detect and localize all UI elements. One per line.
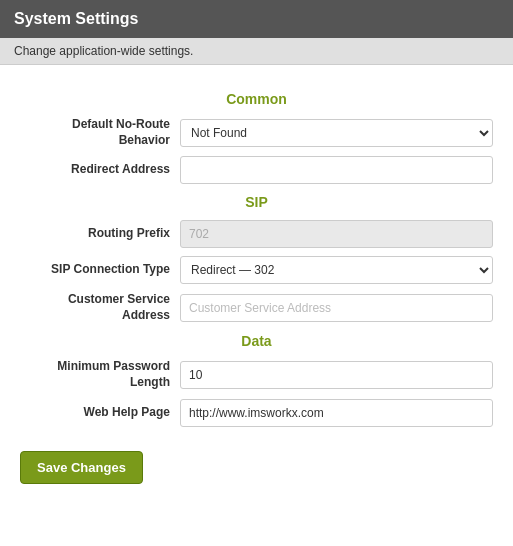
label-web-help-page: Web Help Page: [20, 405, 180, 421]
label-redirect-address: Redirect Address: [20, 162, 180, 178]
section-sip-title: SIP: [20, 194, 493, 210]
section-sip: SIP Routing Prefix SIP Connection Type R…: [20, 194, 493, 323]
save-changes-button[interactable]: Save Changes: [20, 451, 143, 484]
page-title: System Settings: [14, 10, 499, 28]
customer-service-address-input[interactable]: [180, 294, 493, 322]
label-default-no-route: Default No-Route Behavior: [20, 117, 180, 148]
section-common: Common Default No-Route Behavior Not Fou…: [20, 91, 493, 184]
label-customer-service-address: Customer Service Address: [20, 292, 180, 323]
label-sip-connection-type: SIP Connection Type: [20, 262, 180, 278]
redirect-address-input[interactable]: [180, 156, 493, 184]
web-help-page-input[interactable]: [180, 399, 493, 427]
section-common-title: Common: [20, 91, 493, 107]
page-subtitle: Change application-wide settings.: [0, 38, 513, 65]
label-routing-prefix: Routing Prefix: [20, 226, 180, 242]
default-no-route-select[interactable]: Not Found Busy Ring Timeout: [180, 119, 493, 147]
label-min-password-length: Minimum Password Length: [20, 359, 180, 390]
min-password-length-input[interactable]: [180, 361, 493, 389]
routing-prefix-input: [180, 220, 493, 248]
page-header: System Settings: [0, 0, 513, 38]
section-data-title: Data: [20, 333, 493, 349]
sip-connection-type-select[interactable]: Redirect — 302 Proxy — 305 Register: [180, 256, 493, 284]
section-data: Data Minimum Password Length Web Help Pa…: [20, 333, 493, 426]
